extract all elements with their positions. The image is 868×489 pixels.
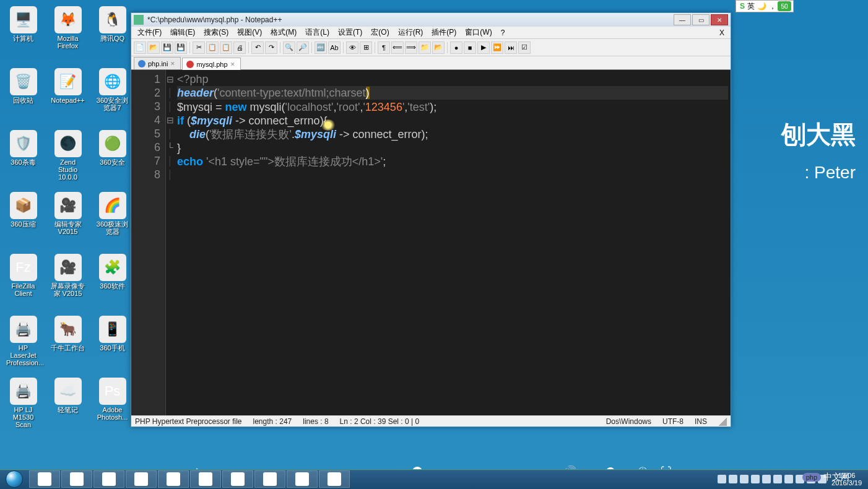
toolbar-button[interactable]: ¶ <box>378 41 390 54</box>
close-button[interactable]: ✕ <box>711 14 728 25</box>
dirty-indicator-icon <box>138 60 145 67</box>
taskbar-item[interactable] <box>287 470 318 488</box>
taskbar-item[interactable] <box>222 470 253 488</box>
menu-item[interactable]: 视图(V) <box>233 26 266 39</box>
toolbar-button[interactable]: ● <box>450 41 462 54</box>
desktop-icon[interactable]: 🌈360极速浏览器 <box>95 192 129 235</box>
desktop-icon[interactable]: 🦊Mozilla Firefox <box>51 6 85 50</box>
brand-php: php <box>802 473 821 482</box>
toolbar-button[interactable]: 🔍 <box>283 41 295 54</box>
taskbar-item[interactable] <box>254 470 285 488</box>
minimize-button[interactable]: — <box>674 14 691 25</box>
resize-grip-icon[interactable] <box>718 417 727 426</box>
icon-label: 屏幕录像专家 V2015 <box>51 282 85 297</box>
start-button[interactable] <box>0 469 28 489</box>
toolbar-button[interactable]: 🔎 <box>297 41 309 54</box>
desktop-icon[interactable]: 🛡️360杀毒 <box>6 130 40 166</box>
file-tab[interactable]: php.ini✕ <box>134 57 181 69</box>
tray-icon[interactable] <box>740 475 749 483</box>
taskbar-item[interactable] <box>126 470 157 488</box>
toolbar-button[interactable]: 📂 <box>147 41 160 54</box>
taskbar-item[interactable] <box>190 470 221 488</box>
toolbar-button[interactable]: ⊞ <box>360 41 372 54</box>
tray-icon[interactable] <box>773 475 782 483</box>
toolbar-button[interactable]: 📂 <box>432 41 445 54</box>
toolbar-button[interactable]: 🖨 <box>233 41 246 54</box>
tab-close-icon[interactable]: ✕ <box>230 61 237 67</box>
title-bar[interactable]: *C:\phpedu\www\mysql.php - Notepad++ — ▭… <box>131 13 731 27</box>
desktop-icon[interactable]: PsAdobe Photosh... <box>95 378 129 421</box>
tray-icon[interactable] <box>751 475 760 483</box>
desktop-icon[interactable]: 🧩360软件 <box>95 254 129 290</box>
moon-icon: 🌙 <box>757 2 766 11</box>
toolbar-button[interactable]: ⏭ <box>505 41 517 54</box>
toolbar-button[interactable]: 📋 <box>220 41 232 54</box>
menu-item[interactable]: 插件(P) <box>428 26 460 39</box>
taskbar-item[interactable] <box>93 470 124 488</box>
toolbar-button[interactable]: ⟹ <box>405 41 417 54</box>
icon-label: 千牛工作台 <box>51 344 85 352</box>
tray-icon[interactable] <box>729 475 737 483</box>
maximize-button[interactable]: ▭ <box>692 14 710 25</box>
desktop-icon[interactable]: 📦360压缩 <box>6 192 40 228</box>
toolbar-button[interactable]: ▶ <box>477 41 490 54</box>
editor[interactable]: 12345678 ⊟││⊟│└││ <?phpheader('content-t… <box>131 70 731 415</box>
toolbar-button[interactable]: 🔤 <box>315 41 327 54</box>
toolbar-button[interactable]: ✂ <box>193 41 205 54</box>
menu-item[interactable]: 宏(O) <box>367 26 393 39</box>
code-area[interactable]: <?phpheader('content-type:text/html;char… <box>175 70 731 415</box>
desktop-icon[interactable]: 📝Notepad++ <box>51 68 85 104</box>
desktop-icon[interactable]: 🖨️HP LJ M1530 Scan <box>6 378 40 428</box>
toolbar-button[interactable]: ↷ <box>265 41 277 54</box>
menu-item[interactable]: 语言(L) <box>302 26 333 39</box>
taskbar-item[interactable] <box>319 470 350 488</box>
desktop-icon[interactable]: 🎥屏幕录像专家 V2015 <box>51 254 85 297</box>
toolbar-button[interactable]: 💾 <box>161 41 173 54</box>
desktop-icon[interactable]: FzFileZilla Client <box>6 254 40 297</box>
toolbar-button[interactable]: ⟸ <box>391 41 404 54</box>
desktop-icon[interactable]: 🟢360安全 <box>95 130 129 166</box>
toolbar-button[interactable]: 💾 <box>175 41 187 54</box>
desktop-icon[interactable]: 🎥编辑专家 V2015 <box>51 192 85 235</box>
desktop-icon[interactable]: 🐧腾讯QQ <box>95 6 129 42</box>
menu-item[interactable]: ? <box>497 27 509 38</box>
menu-item[interactable]: 窗口(W) <box>461 26 495 39</box>
desktop-icon[interactable]: 🐂千牛工作台 <box>51 316 85 352</box>
file-tab[interactable]: mysql.php✕ <box>182 58 240 70</box>
icon-label: Adobe Photosh... <box>95 406 129 421</box>
desktop-icon[interactable]: 🌑Zend Studio 10.0.0 <box>51 130 85 181</box>
tray-icon[interactable] <box>784 475 793 483</box>
toolbar-button[interactable]: Ab <box>328 41 341 54</box>
taskbar-item[interactable] <box>61 470 92 488</box>
menu-item[interactable]: 文件(F) <box>134 26 165 39</box>
menu-item[interactable]: 编辑(E) <box>167 26 199 39</box>
toolbar-button[interactable]: 📋 <box>206 41 219 54</box>
toolbar-button[interactable]: ☑ <box>518 41 531 54</box>
toolbar-button[interactable]: ■ <box>464 41 476 54</box>
desktop-icon[interactable]: 🌐360安全浏览器7 <box>95 68 129 111</box>
menu-item[interactable]: 搜索(S) <box>200 26 232 39</box>
taskbar-item[interactable] <box>158 470 189 488</box>
fold-margin[interactable]: ⊟││⊟│└││ <box>166 70 175 415</box>
menu-item[interactable]: 格式(M) <box>267 26 300 39</box>
menu-item[interactable]: 运行(R) <box>394 26 427 39</box>
app-icon: 🌈 <box>99 192 126 219</box>
toolbar-button[interactable]: ↶ <box>251 41 264 54</box>
tab-close-icon[interactable]: ✕ <box>170 61 176 67</box>
toolbar-button[interactable]: 📁 <box>419 41 431 54</box>
toolbar-button[interactable]: 📄 <box>134 41 146 54</box>
menu-close-icon[interactable]: X <box>716 28 728 37</box>
dirty-indicator-icon <box>186 61 194 68</box>
desktop-icon[interactable]: 🖨️HP LaserJet Profession... <box>6 316 40 366</box>
menu-item[interactable]: 设置(T) <box>334 26 366 39</box>
desktop-icon[interactable]: 🗑️回收站 <box>6 68 40 104</box>
tray-icon[interactable] <box>718 475 726 483</box>
desktop-icon[interactable]: 🖥️计算机 <box>6 6 40 42</box>
taskbar-item[interactable] <box>29 470 60 488</box>
desktop-icon[interactable]: ☁️轻笔记 <box>51 378 85 413</box>
toolbar-button[interactable]: ⏩ <box>491 41 503 54</box>
desktop-icon[interactable]: 📱360手机 <box>95 316 129 352</box>
toolbar-button[interactable]: 👁 <box>346 41 358 54</box>
taskbar-app-icon <box>134 472 148 486</box>
tray-icon[interactable] <box>762 475 771 483</box>
